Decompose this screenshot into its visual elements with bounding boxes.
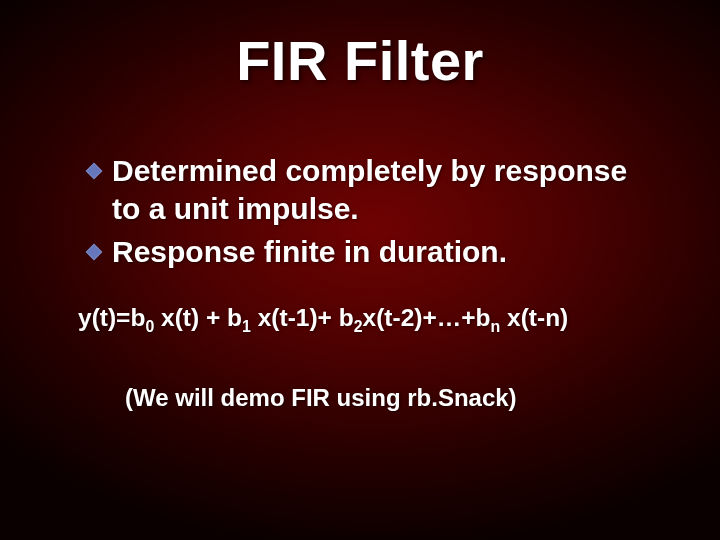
- bullet-text: Determined completely by response to a u…: [112, 152, 660, 227]
- bullet-item: Response finite in duration.: [88, 233, 660, 271]
- slide: FIR Filter Determined completely by resp…: [0, 0, 720, 540]
- bullet-item: Determined completely by response to a u…: [88, 152, 660, 227]
- slide-body: Determined completely by response to a u…: [88, 152, 660, 277]
- bullet-text: Response finite in duration.: [112, 233, 660, 271]
- fir-equation: y(t)=b0 x(t) + b1 x(t-1)+ b2x(t-2)+…+bn …: [78, 304, 568, 336]
- diamond-bullet-icon: [86, 163, 103, 180]
- slide-title: FIR Filter: [0, 28, 720, 93]
- demo-note: (We will demo FIR using rb.Snack): [125, 384, 517, 412]
- diamond-bullet-icon: [86, 244, 103, 261]
